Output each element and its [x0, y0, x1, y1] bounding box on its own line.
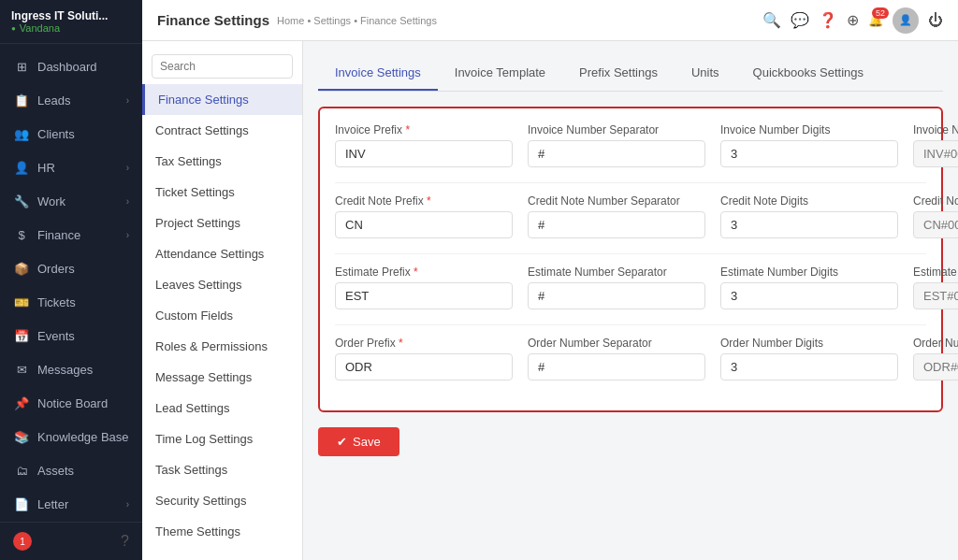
settings-item-message-settings[interactable]: Message Settings — [142, 362, 302, 393]
separator-group-1: Credit Note Number Separator — [528, 194, 705, 238]
digits-group-0: Invoice Number Digits — [720, 123, 898, 167]
sidebar-item-label: Tickets — [37, 295, 76, 309]
prefix-label-3: Order Prefix * — [335, 337, 513, 350]
sidebar-item-label: Notice Board — [37, 396, 108, 410]
sidebar-item-work[interactable]: 🔧 Work › — [0, 184, 142, 218]
notice-board-icon: 📌 — [13, 395, 30, 411]
prefix-input-2[interactable] — [335, 282, 513, 309]
required-asterisk: * — [405, 123, 410, 136]
sidebar-item-clients[interactable]: 👥 Clients — [0, 117, 142, 151]
sidebar-item-leads[interactable]: 📋 Leads › — [0, 83, 142, 117]
prefix-input-3[interactable] — [335, 353, 513, 381]
prefix-input-1[interactable] — [335, 211, 513, 238]
tab-prefix-settings[interactable]: Prefix Settings — [562, 56, 675, 91]
search-icon[interactable]: 🔍 — [762, 11, 781, 29]
main-area: Finance Settings Home • Settings • Finan… — [142, 0, 958, 560]
settings-item-ticket-settings[interactable]: Ticket Settings — [142, 177, 302, 208]
notification-bell[interactable]: 🔔 52 — [868, 13, 883, 27]
plus-icon[interactable]: ⊕ — [847, 11, 859, 29]
topbar-right: 🔍 💬 ❓ ⊕ 🔔 52 👤 ⏻ — [762, 7, 943, 34]
settings-item-task-settings[interactable]: Task Settings — [142, 454, 302, 485]
topbar: Finance Settings Home • Settings • Finan… — [142, 0, 958, 41]
example-input-1 — [913, 211, 958, 238]
tab-invoice-settings[interactable]: Invoice Settings — [318, 56, 438, 91]
separator-group-2: Estimate Number Separator — [528, 266, 705, 309]
required-asterisk: * — [427, 194, 431, 208]
prefix-label-2: Estimate Prefix * — [335, 266, 513, 279]
digits-input-2[interactable] — [720, 282, 898, 309]
sidebar-item-messages[interactable]: ✉ Messages — [0, 352, 142, 386]
prefix-input-0[interactable] — [335, 140, 513, 167]
settings-item-tax-settings[interactable]: Tax Settings — [142, 146, 302, 177]
digits-input-3[interactable] — [720, 353, 898, 381]
tab-invoice-template[interactable]: Invoice Template — [438, 56, 562, 91]
prefix-group-1: Credit Note Prefix * — [335, 194, 513, 238]
row-divider-0 — [335, 182, 926, 183]
tab-units[interactable]: Units — [675, 56, 736, 91]
settings-item-roles-&-permissions[interactable]: Roles & Permissions — [142, 331, 302, 362]
settings-item-custom-fields[interactable]: Custom Fields — [142, 300, 302, 331]
form-row-2: Estimate Prefix * Estimate Number Separa… — [335, 266, 926, 309]
required-asterisk: * — [414, 266, 418, 279]
settings-sidebar: Finance SettingsContract SettingsTax Set… — [142, 41, 303, 560]
digits-group-1: Credit Note Digits — [720, 194, 898, 238]
sidebar-item-orders[interactable]: 📦 Orders — [0, 251, 142, 285]
example-group-3: Order Number Example — [913, 337, 958, 381]
save-button[interactable]: ✔ Save — [318, 427, 399, 456]
sidebar-item-assets[interactable]: 🗂 Assets — [0, 453, 142, 487]
topbar-left: Finance Settings Home • Settings • Finan… — [157, 12, 437, 28]
settings-item-contract-settings[interactable]: Contract Settings — [142, 115, 302, 146]
separator-input-3[interactable] — [528, 353, 705, 381]
main-panel: Invoice SettingsInvoice TemplatePrefix S… — [303, 41, 958, 560]
sidebar-badge: 1 — [13, 532, 32, 551]
tab-quickbooks-settings[interactable]: Quickbooks Settings — [736, 56, 881, 91]
digits-input-0[interactable] — [720, 140, 898, 167]
tickets-icon: 🎫 — [13, 294, 30, 310]
chevron-right-icon: › — [126, 163, 129, 173]
chevron-right-icon: › — [126, 196, 129, 207]
sidebar-item-notice-board[interactable]: 📌 Notice Board — [0, 386, 142, 420]
settings-item-theme-settings[interactable]: Theme Settings — [142, 516, 302, 547]
save-label: Save — [353, 435, 381, 449]
sidebar-item-label: Finance — [37, 228, 80, 242]
example-label-3: Order Number Example — [913, 337, 958, 350]
letter-icon: 📄 — [13, 495, 30, 512]
sidebar-item-hr[interactable]: 👤 HR › — [0, 151, 142, 184]
example-input-0 — [913, 140, 958, 167]
sidebar-item-knowledge-base[interactable]: 📚 Knowledge Base — [0, 420, 142, 453]
work-icon: 🔧 — [13, 193, 30, 209]
power-icon[interactable]: ⏻ — [928, 12, 943, 29]
settings-item-security-settings[interactable]: Security Settings — [142, 485, 302, 516]
separator-input-1[interactable] — [528, 211, 705, 238]
sidebar-item-finance[interactable]: $ Finance › — [0, 218, 142, 251]
separator-input-0[interactable] — [528, 140, 705, 167]
chat-icon[interactable]: 💬 — [791, 11, 809, 29]
sidebar-item-label: Knowledge Base — [37, 430, 129, 444]
digits-input-1[interactable] — [720, 211, 898, 238]
separator-group-0: Invoice Number Separator — [528, 123, 705, 167]
hr-icon: 👤 — [13, 159, 30, 176]
sidebar-item-label: HR — [37, 161, 55, 175]
settings-item-attendance-settings[interactable]: Attendance Settings — [142, 238, 302, 269]
settings-item-leaves-settings[interactable]: Leaves Settings — [142, 269, 302, 300]
sidebar-item-tickets[interactable]: 🎫 Tickets — [0, 285, 142, 319]
help-icon[interactable]: ? — [121, 533, 129, 550]
separator-input-2[interactable] — [528, 282, 705, 309]
dashboard-icon: ⊞ — [13, 58, 30, 75]
sidebar-item-events[interactable]: 📅 Events — [0, 319, 142, 352]
prefix-group-0: Invoice Prefix * — [335, 123, 513, 167]
separator-group-3: Order Number Separator — [528, 337, 705, 381]
sidebar: Ingress IT Soluti... Vandana ⊞ Dashboard… — [0, 0, 142, 560]
settings-item-finance-settings[interactable]: Finance Settings — [142, 84, 302, 115]
required-asterisk: * — [399, 337, 403, 350]
settings-item-lead-settings[interactable]: Lead Settings — [142, 393, 302, 424]
digits-group-2: Estimate Number Digits — [720, 266, 898, 309]
avatar[interactable]: 👤 — [893, 7, 919, 34]
settings-item-project-settings[interactable]: Project Settings — [142, 208, 302, 238]
sidebar-item-label: Events — [37, 329, 75, 343]
help-circle-icon[interactable]: ❓ — [819, 11, 837, 29]
settings-item-time-log-settings[interactable]: Time Log Settings — [142, 424, 302, 454]
sidebar-item-letter[interactable]: 📄 Letter › — [0, 487, 142, 521]
sidebar-item-dashboard[interactable]: ⊞ Dashboard — [0, 50, 142, 83]
search-input[interactable] — [152, 54, 293, 79]
